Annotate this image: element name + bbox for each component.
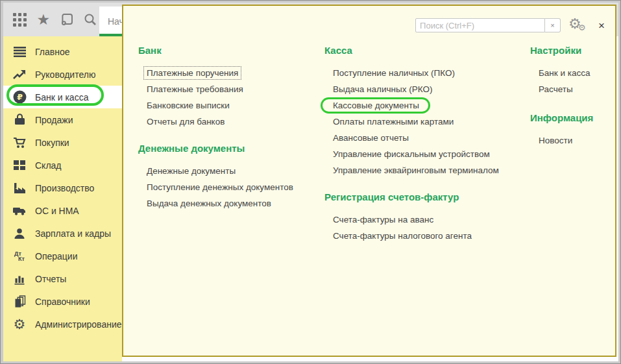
link-nastroyki-bank-i-kassa[interactable]: Банк и касса	[539, 65, 593, 81]
books-icon	[12, 295, 27, 309]
section-sidebar: Главное Руководителю ₽ Банк и касса Прод…	[3, 36, 122, 361]
sidebar-item-label: Руководителю	[35, 69, 95, 80]
link-avansovye-otchety[interactable]: Авансовые отчеты	[333, 130, 499, 146]
warehouse-icon	[12, 158, 27, 173]
settings-gears-icon[interactable]: ⚙⚙	[568, 16, 589, 34]
menu-icon	[12, 45, 27, 59]
section-title: Информация	[530, 112, 593, 124]
sidebar-item-label: Продажи	[35, 115, 73, 125]
section-title: Денежные документы	[138, 143, 293, 154]
sidebar-item-proizvodstvo[interactable]: Производство	[3, 176, 122, 199]
sidebar-item-sklad[interactable]: Склад	[3, 154, 122, 176]
sidebar-item-label: Банк и касса	[35, 92, 88, 103]
sidebar-item-administrirovanie[interactable]: ⚙ Администрирование	[3, 313, 122, 335]
panel-top-controls: × ⚙⚙ ×	[415, 16, 605, 34]
ruble-circle-icon: ₽	[12, 90, 27, 104]
section-registraciya-schetov-faktur: Регистрация счетов-фактур Счета-фактуры …	[324, 191, 499, 244]
link-platezhnye-trebovaniya[interactable]: Платежные требования	[147, 81, 293, 97]
history-scroll-icon[interactable]	[58, 9, 76, 30]
sidebar-item-glavnoe[interactable]: Главное	[3, 40, 122, 63]
factory-icon	[12, 181, 27, 195]
favorites-star-icon[interactable]: ★	[34, 9, 52, 30]
link-otchety-dlya-bankov[interactable]: Отчеты для банков	[147, 114, 293, 130]
search-input[interactable]	[415, 18, 545, 32]
sidebar-item-label: Администрирование	[35, 319, 122, 330]
app-window: ★ Нач	[0, 0, 621, 364]
truck-icon	[12, 204, 27, 218]
section-title: Настройки	[530, 45, 593, 56]
section-kassa: Касса Поступление наличных (ПКО) Выдача …	[324, 45, 499, 178]
sidebar-item-operacii[interactable]: ДтКт Операции	[3, 245, 122, 267]
link-denezhnye-dokumenty[interactable]: Денежные документы	[147, 163, 293, 179]
link-bankovskie-vypiski[interactable]: Банковские выписки	[147, 97, 293, 114]
panel-column-bank: Банк Платежные поручения Платежные требо…	[138, 45, 293, 224]
apps-grid-icon[interactable]	[11, 9, 29, 30]
cart-icon	[12, 136, 27, 150]
bar-chart-icon	[12, 272, 27, 286]
link-oplaty-platezhnymi-kartami[interactable]: Оплаты платежными картами	[333, 114, 499, 130]
link-vydacha-nalichnyh-rko[interactable]: Выдача наличных (РКО)	[333, 81, 499, 97]
link-scheta-faktury-na-avans[interactable]: Счета-фактуры на аванс	[333, 212, 499, 228]
shopping-bag-icon	[12, 113, 27, 127]
section-denezhnye-dokumenty: Денежные документы Денежные документы По…	[138, 143, 293, 212]
link-vydacha-denezhnyh-dokumentov[interactable]: Выдача денежных документов	[147, 195, 293, 212]
sidebar-item-label: Производство	[35, 183, 94, 193]
sidebar-item-pokupki[interactable]: Покупки	[3, 131, 122, 154]
link-scheta-faktury-nalogovogo-agenta[interactable]: Счета-фактуры налогового агента	[333, 228, 499, 244]
person-icon	[12, 226, 27, 241]
link-postuplenie-denezhnyh-dokumentov[interactable]: Поступление денежных документов	[147, 179, 293, 195]
app-area: ★ Нач	[3, 3, 618, 361]
sidebar-item-otchety[interactable]: Отчеты	[3, 267, 122, 290]
sidebar-item-label: Справочники	[35, 297, 90, 307]
panel-column-nastroyki: Настройки Банк и касса Расчеты Информаци…	[530, 45, 593, 162]
toolbar-icons: ★	[3, 3, 99, 36]
link-novosti[interactable]: Новости	[539, 132, 593, 149]
link-platezhnye-porucheniya[interactable]: Платежные поручения	[147, 65, 293, 81]
search-clear-button[interactable]: ×	[545, 18, 561, 32]
svg-text:₽: ₽	[17, 93, 23, 102]
close-icon[interactable]: ×	[598, 20, 605, 31]
sidebar-item-rukovoditelyu[interactable]: Руководителю	[3, 63, 122, 86]
section-title: Касса	[324, 45, 499, 56]
dt-kt-icon: ДтКт	[12, 249, 27, 263]
gear-icon: ⚙	[12, 317, 27, 332]
sidebar-item-bank-i-kassa[interactable]: ₽ Банк и касса	[3, 86, 122, 108]
search-magnifier-icon[interactable]	[82, 9, 99, 30]
link-postuplenie-nalichnyh-pko[interactable]: Поступление наличных (ПКО)	[333, 65, 499, 81]
sidebar-item-os-i-nma[interactable]: ОС и НМА	[3, 199, 122, 222]
section-nastroyki: Настройки Банк и касса Расчеты	[530, 45, 593, 97]
sidebar-item-label: Главное	[35, 47, 70, 57]
sidebar-item-label: Операции	[35, 251, 78, 261]
section-title: Регистрация счетов-фактур	[324, 191, 499, 203]
trending-up-icon	[12, 67, 27, 82]
section-title: Банк	[138, 45, 293, 56]
bank-i-kassa-panel: × ⚙⚙ × Банк Платежные поручения Платежны…	[122, 5, 616, 357]
panel-column-kassa: Касса Поступление наличных (ПКО) Выдача …	[324, 45, 499, 257]
sidebar-item-label: Зарплата и кадры	[35, 228, 111, 239]
sidebar-item-label: Склад	[35, 160, 62, 171]
sidebar-item-label: Отчеты	[35, 274, 66, 284]
link-upravlenie-fiskalnym-ustroystvom[interactable]: Управление фискальным устройством	[333, 146, 499, 162]
link-kassovye-dokumenty[interactable]: Кассовые документы	[333, 97, 499, 114]
link-raschety[interactable]: Расчеты	[539, 81, 593, 97]
sidebar-item-zarplata-i-kadry[interactable]: Зарплата и кадры	[3, 222, 122, 245]
sidebar-item-label: ОС и НМА	[35, 206, 79, 216]
search-box: ×	[415, 18, 561, 32]
sidebar-item-label: Покупки	[35, 138, 69, 148]
section-informaciya: Информация Новости	[530, 112, 593, 149]
section-bank: Банк Платежные поручения Платежные требо…	[138, 45, 293, 130]
link-upravlenie-ekvayringovym-terminalom[interactable]: Управление эквайринговым терминалом	[333, 162, 499, 178]
sidebar-item-prodazhi[interactable]: Продажи	[3, 108, 122, 131]
sidebar-item-spravochniki[interactable]: Справочники	[3, 290, 122, 313]
